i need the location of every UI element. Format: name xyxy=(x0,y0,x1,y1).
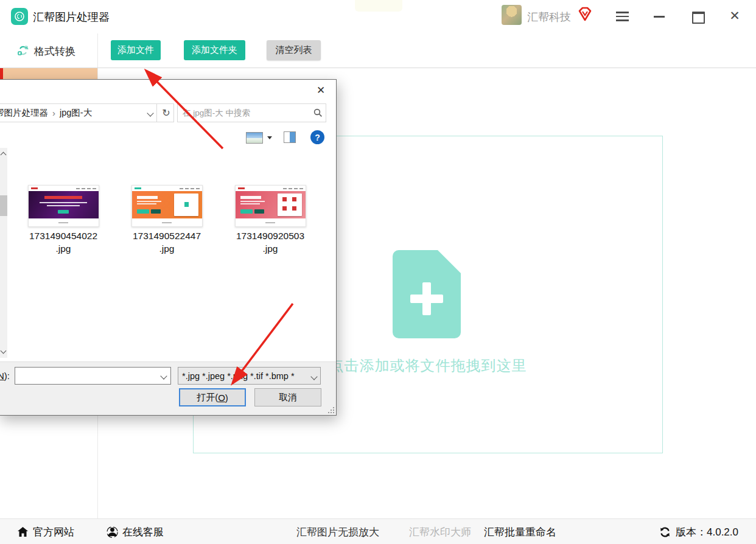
change-view-caret-icon[interactable] xyxy=(267,136,272,139)
filetype-select[interactable]: *.jpg *.jpeg *.png *.tif *.bmp * xyxy=(178,367,321,385)
filename-combobox[interactable] xyxy=(15,367,171,385)
sidebar-item-format-convert[interactable]: 格式转换 xyxy=(0,33,98,68)
change-view-icon[interactable] xyxy=(246,132,263,144)
sidebar-item-label: 格式转换 xyxy=(34,44,75,58)
file-name-line1: 1731490920503 xyxy=(226,229,315,242)
online-service-label: 在线客服 xyxy=(122,525,164,539)
footer-link-watermark-master[interactable]: 汇帮水印大师 xyxy=(409,519,471,544)
search-icon[interactable] xyxy=(310,108,326,117)
breadcrumb-dropdown-icon[interactable] xyxy=(147,110,153,116)
add-folder-button[interactable]: 添加文件夹 xyxy=(184,40,245,60)
title-bar: 汇帮图片处理器 汇帮科技 ✕ xyxy=(0,0,756,34)
open-file-dialog: ✕ 帮图片处理器 › jpg图-大 ↻ ? xyxy=(0,79,337,416)
breadcrumb[interactable]: 帮图片处理器 › jpg图-大 ↻ xyxy=(0,103,174,122)
open-button[interactable]: 打开(O) xyxy=(179,388,246,406)
scrollbar-thumb[interactable] xyxy=(0,195,7,216)
refresh-button[interactable]: ↻ xyxy=(156,104,174,122)
person-icon xyxy=(107,526,118,538)
update-refresh-icon xyxy=(659,526,671,538)
app-title: 汇帮图片处理器 xyxy=(33,10,110,24)
filename-label: N): xyxy=(0,371,10,381)
breadcrumb-root[interactable]: 帮图片处理器 xyxy=(0,107,48,119)
home-icon xyxy=(17,526,29,537)
minimize-button[interactable] xyxy=(654,16,665,18)
scroll-down-icon[interactable] xyxy=(1,349,5,353)
footer-link-batch-rename[interactable]: 汇帮批量重命名 xyxy=(484,519,556,544)
tooltip-remnant xyxy=(355,0,402,12)
app-window: 汇帮图片处理器 汇帮科技 ✕ 格式转换 添加文件 添加文件夹 清空列表 xyxy=(0,0,756,544)
format-convert-icon xyxy=(16,44,30,57)
app-logo-icon xyxy=(11,8,28,25)
add-file-document-icon xyxy=(393,250,461,338)
plus-icon xyxy=(422,282,431,315)
file-name-line2: .jpg xyxy=(226,242,315,255)
file-thumbnail xyxy=(28,185,99,227)
add-files-button[interactable]: 添加文件 xyxy=(111,40,161,60)
clear-list-button[interactable]: 清空列表 xyxy=(267,40,321,60)
filename-input[interactable] xyxy=(15,371,157,381)
brand-name: 汇帮科技 xyxy=(527,10,571,24)
preview-pane-icon[interactable] xyxy=(284,131,296,143)
dialog-bottom-panel: N): *.jpg *.jpeg *.png *.tif *.bmp * 打开(… xyxy=(0,361,336,415)
breadcrumb-separator-icon: › xyxy=(52,108,55,118)
dialog-close-icon[interactable]: ✕ xyxy=(307,80,335,100)
search-box[interactable] xyxy=(177,103,326,122)
resize-grip[interactable] xyxy=(328,407,334,413)
sidebar-selected-row[interactable] xyxy=(0,68,97,79)
file-name-line1: 1731490454022 xyxy=(19,229,108,242)
online-service-link[interactable]: 在线客服 xyxy=(107,519,164,544)
file-item[interactable]: 1731490920503 .jpg xyxy=(226,185,315,255)
search-input[interactable] xyxy=(178,108,310,117)
document-fold xyxy=(437,249,461,274)
file-name-line1: 1731490522447 xyxy=(122,229,211,242)
user-avatar[interactable] xyxy=(502,5,522,25)
official-site-link[interactable]: 官方网站 xyxy=(17,519,74,544)
version-info: 版本：4.0.2.0 xyxy=(659,519,738,544)
maximize-button[interactable] xyxy=(692,12,705,24)
cancel-button[interactable]: 取消 xyxy=(254,388,321,406)
selected-row-marker xyxy=(0,68,3,79)
vip-badge-icon[interactable] xyxy=(577,6,593,23)
filetype-value: *.jpg *.jpeg *.png *.tif *.bmp * xyxy=(182,371,295,381)
version-label: 版本：4.0.2.0 xyxy=(676,525,738,539)
hamburger-menu-icon[interactable] xyxy=(616,12,629,21)
scroll-up-icon[interactable] xyxy=(1,153,5,157)
footer-link-lossless-upscale[interactable]: 汇帮图片无损放大 xyxy=(296,519,379,544)
file-name-line2: .jpg xyxy=(19,242,108,255)
filename-dropdown-icon[interactable] xyxy=(157,374,170,378)
nav-pane-scrollbar[interactable] xyxy=(0,148,7,358)
toolbar: 格式转换 添加文件 添加文件夹 清空列表 xyxy=(0,33,756,68)
file-name-line2: .jpg xyxy=(122,242,211,255)
footer-bar: 官方网站 在线客服 汇帮图片无损放大 汇帮水印大师 汇帮批量重命名 版本：4.0… xyxy=(0,518,756,544)
help-icon[interactable]: ? xyxy=(310,130,324,144)
breadcrumb-folder[interactable]: jpg图-大 xyxy=(60,107,92,119)
file-item[interactable]: 1731490522447 .jpg xyxy=(122,185,211,255)
official-site-label: 官方网站 xyxy=(33,525,74,539)
file-thumbnail xyxy=(131,185,203,227)
close-window-button[interactable]: ✕ xyxy=(728,9,741,23)
file-item[interactable]: 1731490454022 .jpg xyxy=(19,185,108,255)
file-thumbnail xyxy=(235,185,306,227)
filetype-dropdown-icon[interactable] xyxy=(312,371,317,381)
